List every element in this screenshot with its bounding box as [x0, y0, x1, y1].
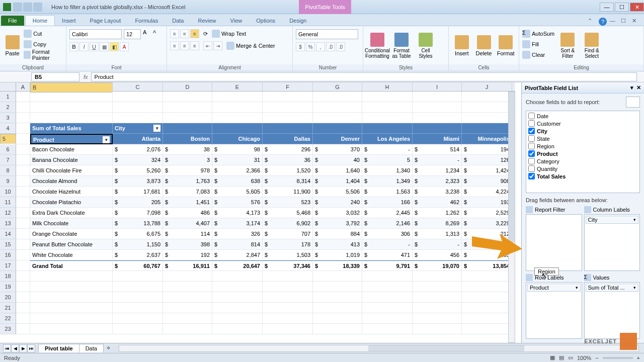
pivot-row-label[interactable]: Chocolate Pistachio — [30, 197, 113, 208]
field-item[interactable]: Date — [527, 112, 638, 120]
cell[interactable] — [362, 324, 413, 334]
field-item[interactable]: City — [527, 127, 638, 135]
pivot-row-label[interactable]: Extra Dark Chocolate — [30, 208, 113, 218]
cell[interactable] — [113, 113, 163, 123]
tab-design[interactable]: Design — [282, 16, 313, 26]
row-head[interactable]: 10 — [0, 187, 16, 197]
pivot-value[interactable]: $38 — [163, 144, 212, 155]
pivot-value[interactable]: $5 — [362, 155, 413, 165]
field-checkbox[interactable] — [528, 158, 535, 164]
row-head[interactable]: 8 — [0, 165, 16, 176]
cell[interactable] — [16, 113, 30, 123]
cell[interactable] — [212, 292, 263, 303]
merge-center-button[interactable]: Merge & Center — [226, 41, 275, 50]
worksheet-grid[interactable]: A B C D E F G H I J 1234Sum of Total Sal… — [0, 82, 515, 343]
cell[interactable] — [113, 92, 163, 102]
sheet-nav-next[interactable]: ▶ — [19, 344, 27, 352]
cell[interactable] — [16, 165, 30, 176]
pivot-value[interactable]: $4,173 — [212, 208, 263, 218]
zoom-out-icon[interactable]: − — [595, 355, 598, 361]
row-labels-area[interactable]: Product▾ — [526, 282, 582, 339]
pivot-value[interactable]: $178 — [263, 239, 313, 250]
cell[interactable] — [212, 113, 263, 123]
field-item[interactable]: Product — [527, 150, 638, 157]
pivot-value[interactable]: $471 — [362, 250, 413, 260]
field-item[interactable]: State — [527, 135, 638, 142]
pivot-value[interactable]: $3 — [163, 155, 212, 165]
cell[interactable] — [16, 260, 30, 271]
cell[interactable] — [212, 303, 263, 313]
cell[interactable] — [462, 102, 512, 113]
row-head[interactable]: 17 — [0, 260, 16, 271]
tab-data[interactable]: Data — [165, 16, 191, 26]
row-head[interactable]: 3 — [0, 113, 16, 123]
cell[interactable] — [362, 113, 413, 123]
cell[interactable] — [163, 113, 212, 123]
cell[interactable] — [313, 92, 362, 102]
row-field-dropdown[interactable]: ▾ — [103, 136, 110, 143]
cell[interactable] — [413, 271, 462, 282]
cell[interactable] — [163, 313, 212, 324]
row-head[interactable]: 1 — [0, 92, 16, 102]
font-name-select[interactable]: Calibri — [69, 29, 122, 39]
cell[interactable] — [362, 282, 413, 292]
pivot-value[interactable]: $6,675 — [113, 229, 163, 239]
qat-save-icon[interactable] — [13, 3, 22, 12]
pivot-row-label[interactable]: Chilli Chocolate Fire — [30, 165, 113, 176]
pivot-city-header[interactable]: Los Angeles — [362, 134, 413, 144]
cut-button[interactable]: Cut — [24, 29, 63, 38]
cell[interactable] — [16, 208, 30, 218]
cell[interactable] — [16, 218, 30, 229]
cell[interactable] — [313, 102, 362, 113]
grand-total-value[interactable]: $16,911 — [163, 260, 212, 271]
pivot-city-header[interactable]: Miami — [413, 134, 462, 144]
cell[interactable] — [362, 92, 413, 102]
grand-total-value[interactable]: $60,767 — [113, 260, 163, 271]
inc-decimal-icon[interactable]: .0 — [326, 42, 335, 51]
workbook-min-icon[interactable]: — — [610, 18, 618, 26]
cell[interactable] — [30, 292, 113, 303]
column-field-item[interactable]: City▾ — [586, 216, 639, 224]
cell[interactable] — [163, 123, 212, 134]
grand-total-value[interactable]: $20,647 — [212, 260, 263, 271]
name-box[interactable]: B5 — [31, 72, 79, 81]
pivot-value[interactable]: $486 — [163, 208, 212, 218]
pivot-value[interactable]: $1,503 — [263, 250, 313, 260]
grand-total-value[interactable]: $19,070 — [413, 260, 462, 271]
cell[interactable] — [462, 324, 512, 334]
pivot-value[interactable]: $193 — [462, 197, 512, 208]
cell[interactable] — [163, 324, 212, 334]
col-head-I[interactable]: I — [413, 82, 462, 91]
cell[interactable] — [30, 324, 113, 334]
pivot-value[interactable]: $5,506 — [313, 187, 362, 197]
cell[interactable] — [163, 282, 212, 292]
cell[interactable] — [212, 92, 263, 102]
grand-total-value[interactable]: $18,339 — [313, 260, 362, 271]
pivot-value[interactable]: $114 — [163, 229, 212, 239]
cell[interactable] — [313, 313, 362, 324]
cell[interactable] — [30, 102, 113, 113]
cell[interactable] — [313, 282, 362, 292]
cell[interactable] — [212, 313, 263, 324]
pivot-value[interactable]: $1,234 — [413, 165, 462, 176]
row-head[interactable]: 15 — [0, 239, 16, 250]
pivot-value[interactable]: $326 — [212, 229, 263, 239]
column-labels-area[interactable]: City▾ — [584, 214, 640, 271]
pivot-value[interactable]: $- — [413, 239, 462, 250]
row-head[interactable]: 7 — [0, 155, 16, 165]
italic-button[interactable]: I — [79, 42, 89, 51]
tab-formulas[interactable]: Formulas — [128, 16, 165, 26]
pivot-value[interactable]: $212 — [462, 229, 512, 239]
cell[interactable] — [462, 313, 512, 324]
pivot-value[interactable]: $462 — [413, 197, 462, 208]
cell[interactable] — [16, 176, 30, 187]
pivot-value[interactable]: $5,605 — [212, 187, 263, 197]
row-head[interactable]: 20 — [0, 292, 16, 303]
pivot-value[interactable]: $4,407 — [163, 218, 212, 229]
copy-button[interactable]: Copy — [24, 40, 63, 49]
cell[interactable] — [313, 303, 362, 313]
cell[interactable] — [212, 123, 263, 134]
pivot-value[interactable]: $638 — [212, 176, 263, 187]
pivot-value[interactable]: $- — [462, 239, 512, 250]
cell[interactable] — [362, 303, 413, 313]
